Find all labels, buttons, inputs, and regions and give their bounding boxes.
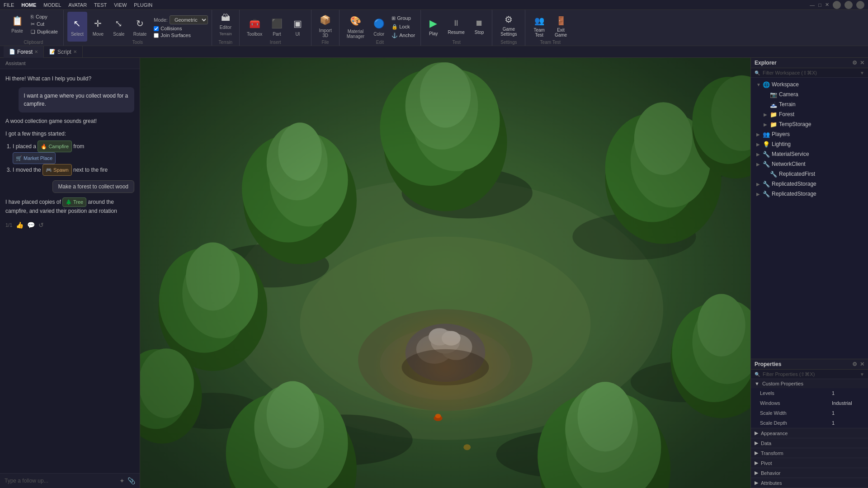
data-arrow: ▶	[755, 440, 758, 446]
pivot-header[interactable]: ▶ Pivot	[751, 458, 868, 468]
tree-item-forest[interactable]: ▶ 📁 Forest	[751, 109, 868, 119]
lighting-icon: 💡	[763, 141, 770, 148]
group-button[interactable]: ⊞ Group	[390, 14, 417, 22]
tree-item-materialservice[interactable]: ▶ 🔧 MaterialService	[751, 149, 868, 159]
properties-filter-icon: 🔍	[755, 372, 760, 377]
tree-item-networkclient[interactable]: ▶ 🔧 NetworkClient	[751, 159, 868, 169]
menu-view[interactable]: VIEW	[114, 2, 127, 8]
maximize-icon[interactable]: □	[818, 2, 821, 8]
tree-item-lighting[interactable]: ▶ 💡 Lighting	[751, 139, 868, 149]
explorer-close-icon[interactable]: ✕	[860, 60, 864, 66]
copy-button[interactable]: ⎘ Copy	[29, 14, 60, 20]
exit-game-button[interactable]: 🚪 Exit Game	[550, 12, 571, 42]
terrain-icon: 🗻	[770, 101, 777, 108]
tab-forest[interactable]: 📄 Forest ✕	[4, 46, 44, 58]
behavior-header[interactable]: ▶ Behavior	[751, 468, 868, 478]
toolbox-button[interactable]: 🧰 Toolbox	[243, 12, 266, 42]
explorer-settings-icon[interactable]: ⚙	[852, 60, 857, 66]
tree-item-terrain[interactable]: 🗻 Terrain	[751, 99, 868, 109]
duplicate-button[interactable]: ❏ Duplicate	[29, 28, 60, 35]
properties-panel: Properties ⚙ ✕ 🔍 ▼ ▼ Custom Properties L…	[751, 359, 868, 488]
properties-filter-arrow[interactable]: ▼	[860, 372, 864, 377]
explorer-header: Explorer ⚙ ✕	[751, 58, 868, 68]
menu-avatar[interactable]: AVATAR	[68, 2, 87, 8]
ai-tree-message: I have placed copies of 🌲 Tree around th…	[5, 197, 134, 215]
tree-item-workspace[interactable]: ▼ 🌐 Workspace	[751, 80, 868, 89]
attributes-section: ▶ Attributes	[751, 478, 868, 488]
move-button[interactable]: ✛ Move	[88, 12, 108, 42]
attachment-button[interactable]: 📎	[127, 477, 135, 484]
close-icon[interactable]: ✕	[825, 2, 829, 8]
rotate-button[interactable]: ↻ Rotate	[130, 12, 150, 42]
viewport[interactable]	[140, 58, 750, 488]
tree-item-replicatedstorage-1[interactable]: ▶ 🔧 ReplicatedStorage	[751, 179, 868, 189]
suggestion-button[interactable]: Make a forest to collect wood	[52, 180, 134, 193]
tab-script-icon: 📝	[49, 49, 56, 55]
tree-item-camera[interactable]: 📷 Camera	[751, 89, 868, 99]
paste-button[interactable]: 📋 Paste	[7, 14, 27, 35]
assistant-input-field[interactable]	[5, 478, 117, 484]
clipboard-label: Clipboard	[24, 40, 43, 45]
material-manager-icon: 🎨	[349, 14, 362, 27]
properties-settings-icon[interactable]: ⚙	[852, 361, 857, 367]
appearance-header[interactable]: ▶ Appearance	[751, 428, 868, 438]
team-test-button[interactable]: 👥 Team Test	[529, 12, 549, 42]
forest-icon: 📁	[770, 111, 777, 118]
data-section: ▶ Data	[751, 438, 868, 448]
menu-test[interactable]: TEST	[94, 2, 107, 8]
menu-home[interactable]: HOME	[21, 2, 36, 8]
game-settings-button[interactable]: ⚙ Game Settings	[496, 12, 521, 38]
group-icon: ⊞	[392, 15, 396, 21]
thumbs-up-button[interactable]: 👍	[16, 221, 24, 229]
tab-script-close[interactable]: ✕	[73, 49, 77, 54]
part-button[interactable]: ⬛ Part	[267, 12, 287, 42]
scale-button[interactable]: ⤡ Scale	[109, 12, 129, 42]
sparkle-button[interactable]: ✦	[119, 477, 125, 484]
editor-terrain-button[interactable]: 🏔 Editor Terrain	[216, 12, 236, 37]
attributes-header[interactable]: ▶ Attributes	[751, 478, 868, 488]
explorer-filter-input[interactable]	[763, 70, 857, 75]
menu-plugin[interactable]: PLUGIN	[134, 2, 152, 8]
resume-button[interactable]: ⏸ Resume	[443, 12, 469, 42]
refresh-button[interactable]: ↺	[38, 221, 44, 229]
tree-item-replicatedfirst[interactable]: 🔧 ReplicatedFirst	[751, 169, 868, 179]
materialservice-label: MaterialService	[772, 151, 809, 157]
terrain-editor-icon: 🏔	[219, 13, 232, 23]
custom-properties-header[interactable]: ▼ Custom Properties	[751, 379, 868, 388]
data-header[interactable]: ▶ Data	[751, 438, 868, 448]
menu-file[interactable]: FILE	[4, 2, 14, 8]
properties-filter-input[interactable]	[763, 371, 857, 377]
material-manager-button[interactable]: 🎨 Material Manager	[343, 12, 368, 42]
properties-close-icon[interactable]: ✕	[860, 361, 864, 367]
anchor-button[interactable]: ⚓ Anchor	[390, 32, 417, 39]
tree-item-replicatedstorage-2[interactable]: ▶ 🔧 ReplicatedStorage	[751, 189, 868, 199]
settings-icon: ⚙	[505, 14, 513, 25]
collisions-checkbox[interactable]	[154, 26, 159, 31]
transform-header[interactable]: ▶ Transform	[751, 448, 868, 458]
tree-item-tempstorage[interactable]: ▶ 📁 TempStorage	[751, 119, 868, 129]
camera-icon: 📷	[770, 91, 777, 98]
cut-button[interactable]: ✂ Cut	[29, 21, 60, 28]
menu-model[interactable]: MODEL	[43, 2, 61, 8]
explorer-tree-view: ▼ 🌐 Workspace 📷 Camera 🗻 Terrain	[751, 78, 868, 359]
color-button[interactable]: 🔵 Color	[369, 12, 389, 42]
import3d-button[interactable]: 📦 Import 3D	[315, 12, 335, 40]
tab-forest-close[interactable]: ✕	[34, 49, 38, 54]
stop-button[interactable]: ⏹ Stop	[470, 12, 489, 42]
thumbs-down-button[interactable]: 💬	[27, 221, 35, 229]
appearance-arrow: ▶	[755, 430, 758, 436]
minimize-icon[interactable]: —	[810, 2, 815, 8]
ui-button[interactable]: ▣ UI	[288, 12, 307, 42]
mode-select[interactable]: Geometric	[170, 15, 208, 24]
behavior-label: Behavior	[761, 470, 780, 476]
select-button[interactable]: ↖ Select	[67, 12, 87, 42]
join-surfaces-checkbox[interactable]	[154, 33, 159, 38]
prop-row-scalewidth: Scale Width 1	[751, 408, 868, 418]
lock-button[interactable]: 🔒 Lock	[390, 23, 417, 31]
tempstorage-arrow: ▶	[764, 122, 768, 127]
play-button[interactable]: ▶ Play	[425, 12, 442, 42]
explorer-filter-arrow[interactable]: ▼	[860, 70, 864, 75]
assistant-panel: Assistant Hi there! What can I help you …	[0, 58, 140, 488]
tree-item-players[interactable]: ▶ 👥 Players	[751, 129, 868, 139]
tab-script[interactable]: 📝 Script ✕	[44, 46, 83, 58]
